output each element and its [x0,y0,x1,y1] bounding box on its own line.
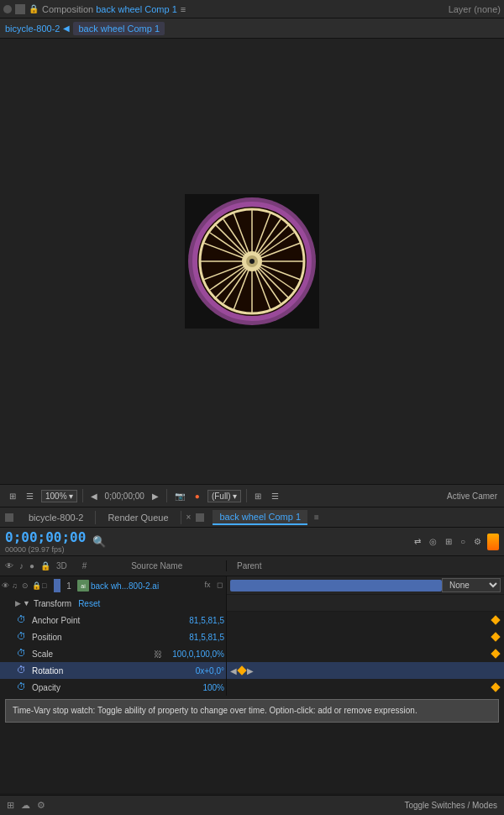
transform-label: Transform [34,599,71,608]
vis-col-icon[interactable]: 👁 [3,560,15,571]
toolbar-sep-3 [246,489,247,502]
layer-solo-icon[interactable]: ⊙ [22,581,32,590]
layer-fx-icon[interactable]: fx [202,581,213,591]
tl-tab-icon-1 [5,513,13,522]
scale-label: Scale [32,649,150,659]
rotation-left: ⏱ Rotation 0x+0,0° [0,662,227,679]
rotation-prev-keyframe[interactable]: ◀ [230,666,237,676]
breadcrumb-bar: bicycle-800-2 ◀ back wheel Comp 1 [0,18,504,39]
rotation-value[interactable]: 0x+0,0° [196,666,224,676]
tl-ctrl-2[interactable]: ◎ [427,535,439,548]
transform-reset-button[interactable]: Reset [78,599,100,608]
prev-frame-btn[interactable]: ◀ [88,490,100,502]
quality-value: (Full) [212,492,231,501]
tab-menu-button[interactable]: ≡ [181,4,186,14]
layer-3d-icon[interactable]: □ [42,581,52,590]
timeline-tab-3[interactable]: back wheel Comp 1 [213,510,307,525]
expand-spacer: ▶ [15,599,21,607]
composition-name[interactable]: back wheel Comp 1 [96,4,177,14]
prop-btn[interactable]: ☰ [269,490,281,502]
scale-keyframe[interactable] [491,649,500,658]
status-bar: ⊞ ☁ ⚙ Toggle Switches / Modes [0,795,504,815]
tl-ctrl-3[interactable]: ⊞ [443,535,454,548]
rotation-label: Rotation [32,666,189,676]
anchor-keyframe[interactable] [491,615,500,624]
rotation-keyframe[interactable] [237,665,246,675]
opacity-row: ⏱ Opacity 100% [0,679,504,696]
time-info: 0;00;00;00 00000 (29.97 fps) [5,529,86,554]
threed-col-icon[interactable]: 3D [55,560,69,571]
time-display[interactable]: 0;00;00;00 [105,492,144,501]
timeline-empty-area [0,726,504,793]
rotation-stopwatch[interactable]: ⏱ [17,665,29,676]
timeline-tab-2[interactable]: Render Queue [101,511,175,524]
parent-dropdown[interactable]: None None [442,578,501,592]
position-label: Position [32,633,182,642]
layer-mask-icon[interactable]: ◻ [214,581,224,591]
timeline-tab-1[interactable]: bicycle-800-2 [22,511,90,524]
anchor-point-label: Anchor Point [32,616,182,625]
view-label: Active Camer [447,492,497,501]
viewer-icon-2[interactable]: ☰ [24,490,36,502]
opacity-stopwatch[interactable]: ⏱ [17,681,29,693]
breadcrumb-parent[interactable]: bicycle-800-2 [5,24,60,34]
layer-name[interactable]: back wh...800-2.ai [91,581,202,591]
scale-stopwatch[interactable]: ⏱ [17,648,29,660]
tl-ctrl-5[interactable]: ⚙ [471,535,484,548]
layer-lock-icon[interactable]: 🔒 [32,581,42,590]
status-icon-1[interactable]: ⊞ [7,800,14,811]
position-keyframe[interactable] [491,632,500,641]
toggle-switches-label[interactable]: Toggle Switches / Modes [404,801,497,810]
zoom-dropdown[interactable]: 100% ▾ [41,490,77,502]
wheel-svg [185,194,319,329]
viewer-toolbar: ⊞ ☰ 100% ▾ ◀ 0;00;00;00 ▶ 📷 ● (Full) ▾ ⊞… [0,484,504,507]
status-icon-3[interactable]: ⚙ [37,800,45,811]
viewer-icon-1[interactable]: ⊞ [7,490,18,502]
grid-btn[interactable]: ⊞ [252,490,264,502]
solo-col-icon[interactable]: ● [28,560,36,571]
quality-arrow: ▾ [233,492,237,501]
breadcrumb-active[interactable]: back wheel Comp 1 [73,22,165,35]
layer-fx-icons: fx ◻ [202,581,224,591]
timeline-panel: bicycle-800-2 Render Queue × back wheel … [0,507,504,793]
opacity-keyframe[interactable] [491,682,500,691]
color-btn[interactable]: ● [192,490,202,502]
search-button[interactable]: 🔍 [92,535,106,548]
transform-header-row: ▶ ▼ Transform Reset [0,595,504,612]
timeline-tab-bar: bicycle-800-2 Render Queue × back wheel … [0,507,504,528]
expand-triangle[interactable]: ▼ [23,599,30,607]
anchor-point-value[interactable]: 81,5,81,5 [189,616,224,625]
tl-menu-button[interactable]: ≡ [314,513,319,522]
audio-col-icon[interactable]: ♪ [18,560,25,571]
zoom-arrow: ▾ [69,492,73,501]
rotation-next-keyframe[interactable]: ▶ [247,666,254,676]
tab-close-button[interactable] [3,5,12,13]
position-stopwatch[interactable]: ⏱ [17,631,29,643]
snapshot-btn[interactable]: 📷 [172,490,187,502]
rotation-row: ⏱ Rotation 0x+0,0° ◀ ▶ [0,662,504,679]
tl-ctrl-4[interactable]: ○ [458,535,468,548]
next-frame-btn[interactable]: ▶ [150,490,161,502]
current-time[interactable]: 0;00;00;00 [5,529,86,545]
opacity-label: Opacity [32,683,196,692]
opacity-value[interactable]: 100% [202,683,224,692]
status-icon-2[interactable]: ☁ [21,800,30,811]
anchor-stopwatch[interactable]: ⏱ [17,614,29,626]
layer-left-panel: 👁 ♫ ⊙ 🔒 □ 1 ai back wh...800-2.ai fx ◻ [0,576,227,595]
lock-col-icon[interactable]: 🔒 [39,560,52,571]
composition-label: Composition [42,4,93,14]
tl-tab-close[interactable]: × [186,513,192,522]
scale-value[interactable]: 100,0,100,0% [172,649,224,659]
column-headers: 👁 ♪ ● 🔒 3D # Source Name Parent [0,556,504,576]
position-value[interactable]: 81,5,81,5 [189,633,224,642]
parent-col-header: Parent [237,561,261,570]
layer-visible-icon[interactable]: 👁 [2,581,12,590]
quality-dropdown[interactable]: (Full) ▾ [207,490,241,502]
layer-bar[interactable] [230,580,442,592]
layer-type-icon: ai [77,580,89,592]
wheel-preview [185,194,319,329]
position-row: ⏱ Position 81,5,81,5 [0,628,504,645]
layer-audio-icon[interactable]: ♫ [12,581,22,590]
tl-ctrl-1[interactable]: ⇄ [412,535,423,548]
left-panel-header: 👁 ♪ ● 🔒 3D # Source Name [0,560,227,571]
